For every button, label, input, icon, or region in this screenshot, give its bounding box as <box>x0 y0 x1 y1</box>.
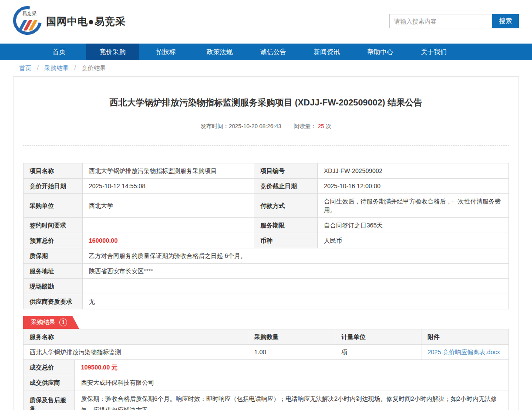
nav-item-about-us[interactable]: 关于我们 <box>407 44 461 60</box>
breadcrumb-separator: / <box>74 64 76 71</box>
table-row: 签约时间要求 服务期限 自合同签订之日365天 <box>24 218 509 233</box>
article-meta: 发布时间：2025-10-20 08:26:43阅读量：25次 <box>23 122 509 130</box>
table-row: 服务地址 陕西省西安市长安区**** <box>24 264 509 279</box>
breadcrumb: 首页 / 采购结果 / 竞价结果 <box>0 60 532 76</box>
nav-item-help-center[interactable]: 帮助中心 <box>354 44 407 60</box>
table-row: 供应商资质要求 无 <box>24 294 509 309</box>
quantity-cell: 1.00 <box>248 345 335 360</box>
table-row: 预算总价 160000.00 币种 人民币 <box>24 233 509 248</box>
search-input[interactable] <box>389 14 492 28</box>
logo-strokes-icon <box>21 20 35 30</box>
main-nav: 首页 竞价采购 招投标 政策法规 诚信公告 新闻资讯 帮助中心 关于我们 <box>0 44 532 60</box>
table-row: 成交总价 109500.00 元 <box>24 360 509 375</box>
search-button[interactable]: 搜索 <box>492 14 519 28</box>
column-header-unit: 计量单位 <box>335 329 421 345</box>
search-box: 搜索 <box>389 14 519 28</box>
purchase-result-tag-label: 采购结果 <box>31 319 55 326</box>
table-header-row: 服务名称 采购数量 计量单位 附件 <box>24 329 509 345</box>
breadcrumb-separator: / <box>37 64 39 71</box>
field-label: 服务期限 <box>254 218 318 233</box>
views-count: 25 <box>318 123 324 129</box>
views-unit: 次 <box>326 123 332 129</box>
site-brand-title: 国网中电●易竞采 <box>46 15 126 28</box>
field-label: 质保期 <box>24 248 83 264</box>
column-header-service-name: 服务名称 <box>24 329 248 345</box>
field-value: 陕西省西安市长安区**** <box>83 264 509 279</box>
field-label: 成交供应商 <box>24 375 75 390</box>
field-label: 签约时间要求 <box>24 218 83 233</box>
field-label: 采购单位 <box>24 194 83 218</box>
service-name-cell: 西北大学锅炉排放污染物指标监测 <box>24 345 248 360</box>
site-header: 易竞采 国网中电●易竞采 搜索 <box>0 0 532 44</box>
field-value: 乙方对合同服务的质量保证期为验收合格后之日起 6个月。 <box>83 248 509 264</box>
field-label: 付款方式 <box>254 194 318 218</box>
field-value: 西北大学锅炉排放污染物指标监测服务采购项目 <box>83 163 254 179</box>
table-row: 质保期 乙方对合同服务的质量保证期为验收合格后之日起 6个月。 <box>24 248 509 264</box>
field-label: 现场踏勘 <box>24 279 83 294</box>
field-value: 自合同签订之日365天 <box>318 218 509 233</box>
field-value: 合同生效后，待服务期满并经甲方验收合格后，一次性付清服务费用。 <box>318 194 509 218</box>
field-value: 2025-10-16 12:00:00 <box>318 179 509 194</box>
field-value: 无 <box>83 294 509 309</box>
field-value: 人民币 <box>318 233 509 248</box>
article-header: 西北大学锅炉排放污染物指标监测服务采购项目 (XDJJ-FW-202509002… <box>23 77 509 146</box>
attachment-cell: 2025.竞价响应偏离表.docx <box>421 345 509 360</box>
budget-total-value: 160000.00 <box>83 233 254 248</box>
nav-item-news[interactable]: 新闻资讯 <box>300 44 354 60</box>
content-card: 西北大学锅炉排放污染物指标监测服务采购项目 (XDJJ-FW-202509002… <box>13 76 519 410</box>
logo-text: 易竞采 <box>21 10 38 17</box>
field-value <box>83 218 254 233</box>
table-row: 现场踏勘 <box>24 279 509 294</box>
publish-time-label: 发布时间： <box>200 123 229 129</box>
nav-item-home[interactable]: 首页 <box>32 44 86 60</box>
breadcrumb-home[interactable]: 首页 <box>19 64 31 71</box>
field-value: 2025-10-12 14:55:08 <box>83 179 254 194</box>
column-header-attachment: 附件 <box>421 329 509 345</box>
field-label: 成交总价 <box>24 360 75 375</box>
breadcrumb-purchase-results[interactable]: 采购结果 <box>44 64 69 71</box>
nav-item-tendering[interactable]: 招投标 <box>139 44 193 60</box>
site-logo[interactable]: 易竞采 <box>12 5 45 38</box>
result-count-badge: 1 <box>59 319 67 326</box>
table-row: 采购单位 西北大学 付款方式 合同生效后，待服务期满并经甲方验收合格后，一次性付… <box>24 194 509 218</box>
field-label: 币种 <box>254 233 318 248</box>
table-row: 项目名称 西北大学锅炉排放污染物指标监测服务采购项目 项目编号 XDJJ-FW-… <box>24 163 509 179</box>
attachment-link[interactable]: 2025.竞价响应偏离表.docx <box>428 349 500 356</box>
nav-item-integrity-notice[interactable]: 诚信公告 <box>246 44 300 60</box>
field-label: 项目名称 <box>24 163 83 179</box>
table-row: 西北大学锅炉排放污染物指标监测 1.00 项 2025.竞价响应偏离表.docx <box>24 345 509 360</box>
project-details-table: 项目名称 西北大学锅炉排放污染物指标监测服务采购项目 项目编号 XDJJ-FW-… <box>23 163 509 309</box>
result-items-table: 服务名称 采购数量 计量单位 附件 西北大学锅炉排放污染物指标监测 1.00 项… <box>23 329 509 360</box>
column-header-quantity: 采购数量 <box>248 329 335 345</box>
deal-total-price: 109500.00 元 <box>75 360 509 375</box>
field-label: 竞价截止日期 <box>254 179 318 194</box>
unit-cell: 项 <box>335 345 421 360</box>
publish-time-value: 2025-10-20 08:26:43 <box>229 123 281 129</box>
table-row: 竞价开始日期 2025-10-12 14:55:08 竞价截止日期 2025-1… <box>24 179 509 194</box>
views-label: 阅读量： <box>293 123 316 129</box>
nav-item-bidding-purchase[interactable]: 竞价采购 <box>86 44 139 60</box>
table-row: 质保及售后服务 质保期：验收合格后质保期6个月。响应时效：即时响应（包括电话响应… <box>24 390 509 410</box>
field-label: 竞价开始日期 <box>24 179 83 194</box>
field-value: 西北大学 <box>83 194 254 218</box>
nav-item-policies[interactable]: 政策法规 <box>193 44 246 60</box>
field-label: 供应商资质要求 <box>24 294 83 309</box>
winning-supplier: 西安大成环保科技有限公司 <box>75 375 509 390</box>
warranty-service-terms: 质保期：验收合格后质保期6个月。响应时效：即时响应（包括电话响应）；电话响应无法… <box>75 390 509 410</box>
field-value <box>83 279 509 294</box>
breadcrumb-current: 竞价结果 <box>81 64 106 71</box>
page-title: 西北大学锅炉排放污染物指标监测服务采购项目 (XDJJ-FW-202509002… <box>23 97 509 108</box>
table-row: 成交供应商 西安大成环保科技有限公司 <box>24 375 509 390</box>
field-label: 服务地址 <box>24 264 83 279</box>
field-value: XDJJ-FW-202509002 <box>318 163 509 179</box>
field-label: 质保及售后服务 <box>24 390 75 410</box>
purchase-result-tag: 采购结果 1 <box>23 316 79 329</box>
field-label: 项目编号 <box>254 163 318 179</box>
field-label: 预算总价 <box>24 233 83 248</box>
result-summary-table: 成交总价 109500.00 元 成交供应商 西安大成环保科技有限公司 质保及售… <box>23 359 509 410</box>
